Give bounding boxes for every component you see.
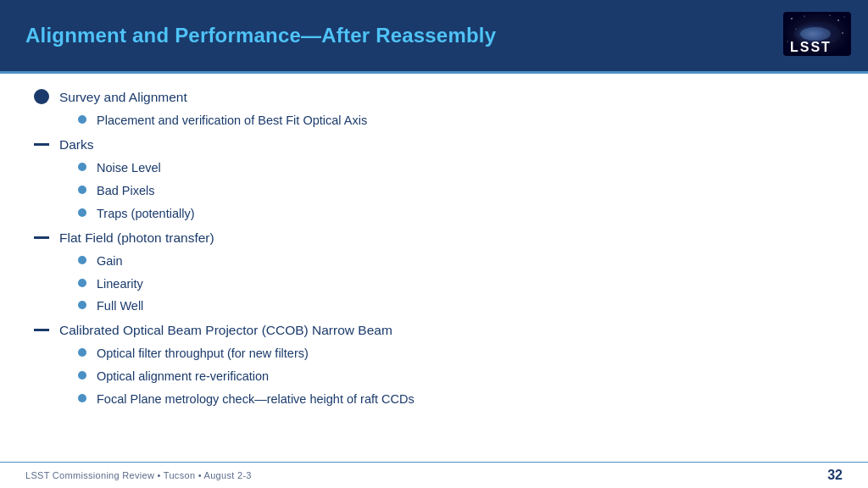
bullet-circle-icon bbox=[34, 89, 49, 104]
sub-bullet-icon bbox=[78, 301, 86, 309]
sub-item-text: Traps (potentially) bbox=[97, 205, 195, 224]
sub-item-text: Optical alignment re-verification bbox=[97, 368, 269, 386]
sub-bullet-icon bbox=[78, 163, 86, 171]
page-number: 32 bbox=[827, 468, 843, 483]
svg-point-3 bbox=[837, 19, 839, 21]
svg-point-2 bbox=[804, 15, 804, 16]
bullet-dash-icon bbox=[34, 329, 49, 331]
main-list-item: Survey and Alignment bbox=[34, 87, 834, 107]
sub-item-text: Noise Level bbox=[97, 159, 161, 178]
svg-point-5 bbox=[829, 14, 830, 15]
sub-list-item: Optical filter throughput (for new filte… bbox=[78, 345, 834, 363]
sub-item-text: Gain bbox=[97, 252, 123, 271]
sub-list-item: Linearity bbox=[78, 275, 834, 294]
sub-item-text: Full Well bbox=[97, 297, 143, 316]
main-item-text: Survey and Alignment bbox=[59, 87, 187, 107]
bullet-dash-icon bbox=[34, 236, 49, 239]
svg-text:LSST: LSST bbox=[790, 40, 832, 54]
slide-header: Alignment and Performance—After Reassemb… bbox=[0, 0, 868, 71]
sub-bullet-icon bbox=[78, 208, 86, 217]
sub-bullet-icon bbox=[78, 394, 86, 402]
sub-list-item: Optical alignment re-verification bbox=[78, 368, 834, 386]
list-section: Survey and AlignmentPlacement and verifi… bbox=[34, 87, 834, 130]
svg-point-7 bbox=[842, 32, 843, 33]
slide-content: Survey and AlignmentPlacement and verifi… bbox=[0, 74, 868, 420]
sub-bullet-icon bbox=[78, 348, 86, 357]
sub-item-text: Optical filter throughput (for new filte… bbox=[97, 345, 309, 363]
lsst-logo: LSST bbox=[783, 12, 851, 59]
sub-list-item: Full Well bbox=[78, 297, 834, 316]
sub-list-item: Gain bbox=[78, 252, 834, 271]
sub-bullet-icon bbox=[78, 115, 86, 124]
main-list-item: Calibrated Optical Beam Projector (CCOB)… bbox=[34, 320, 834, 340]
slide-footer: LSST Commissioning Review • Tucson • Aug… bbox=[0, 462, 868, 488]
sub-list-item: Traps (potentially) bbox=[78, 205, 834, 224]
list-section: Calibrated Optical Beam Projector (CCOB)… bbox=[34, 320, 834, 409]
main-item-text: Flat Field (photon transfer) bbox=[59, 228, 214, 247]
footer-text: LSST Commissioning Review • Tucson • Aug… bbox=[25, 470, 252, 480]
svg-point-4 bbox=[844, 17, 845, 18]
svg-point-8 bbox=[787, 41, 787, 42]
sub-item-text: Placement and verification of Best Fit O… bbox=[97, 112, 367, 130]
sub-list-item: Placement and verification of Best Fit O… bbox=[78, 112, 834, 130]
sub-list-item: Focal Plane metrology check—relative hei… bbox=[78, 391, 834, 409]
main-item-text: Darks bbox=[59, 135, 93, 154]
list-section: DarksNoise LevelBad PixelsTraps (potenti… bbox=[34, 135, 834, 224]
sub-item-text: Focal Plane metrology check—relative hei… bbox=[97, 391, 415, 409]
sub-item-text: Bad Pixels bbox=[97, 182, 155, 201]
slide-title: Alignment and Performance—After Reassemb… bbox=[25, 24, 496, 47]
sub-bullet-icon bbox=[78, 256, 86, 264]
svg-point-1 bbox=[791, 18, 793, 19]
sub-bullet-icon bbox=[78, 371, 86, 380]
sub-item-text: Linearity bbox=[97, 275, 143, 294]
sub-list-item: Noise Level bbox=[78, 159, 834, 178]
main-list-item: Flat Field (photon transfer) bbox=[34, 228, 834, 247]
sub-bullet-icon bbox=[78, 279, 86, 287]
main-item-text: Calibrated Optical Beam Projector (CCOB)… bbox=[59, 320, 392, 340]
sub-bullet-icon bbox=[78, 186, 86, 194]
list-section: Flat Field (photon transfer)GainLinearit… bbox=[34, 228, 834, 317]
bullet-dash-icon bbox=[34, 143, 49, 146]
main-list-item: Darks bbox=[34, 135, 834, 154]
svg-point-10 bbox=[800, 27, 831, 41]
sub-list-item: Bad Pixels bbox=[78, 182, 834, 201]
